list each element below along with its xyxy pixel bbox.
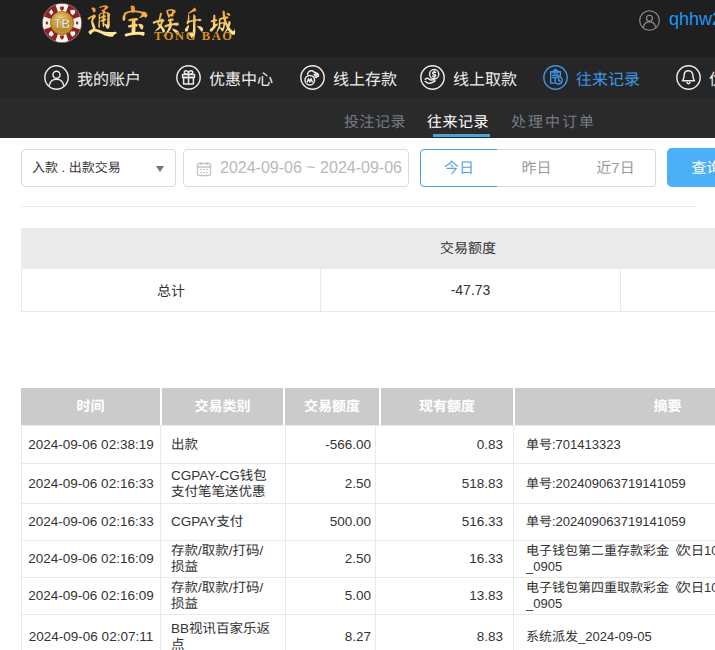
svg-text:TB: TB (54, 17, 71, 31)
